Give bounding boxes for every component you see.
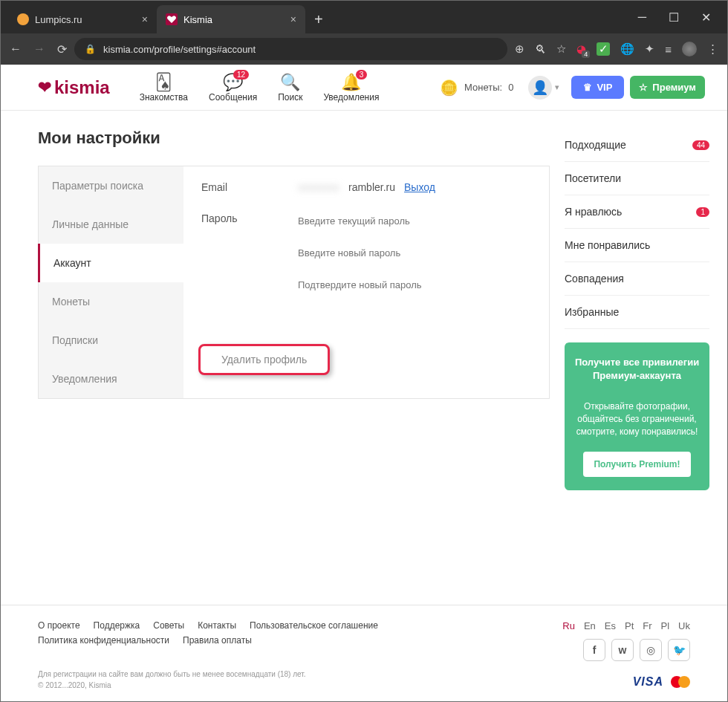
footer-link[interactable]: Поддержка xyxy=(94,620,140,631)
chevron-down-icon: ▾ xyxy=(555,82,559,92)
diamond-icon: ♛ xyxy=(583,82,592,93)
facebook-icon[interactable]: f xyxy=(583,639,605,661)
sidebar-i-liked[interactable]: Мне понравились xyxy=(565,229,709,262)
footer-link[interactable]: Контакты xyxy=(198,620,236,631)
forward-button[interactable]: → xyxy=(33,42,45,56)
globe-icon[interactable]: 🌐 xyxy=(620,42,634,56)
site-logo[interactable]: ❤ kismia xyxy=(38,77,110,98)
logout-link[interactable]: Выход xyxy=(404,181,435,193)
email-label: Email xyxy=(201,181,298,193)
link-label: Подходящие xyxy=(565,139,626,151)
tab-account[interactable]: Аккаунт xyxy=(38,244,183,282)
star-icon: ☆ xyxy=(639,82,648,93)
back-button[interactable]: ← xyxy=(10,42,22,56)
coins-icon: 🪙 xyxy=(440,79,458,97)
minimize-button[interactable]: ─ xyxy=(638,10,646,25)
footer-link[interactable]: О проекте xyxy=(38,620,80,631)
chat-icon: 💬12 xyxy=(223,73,243,92)
new-password-input[interactable] xyxy=(298,247,531,259)
extension-icon[interactable]: ◕ 4 xyxy=(576,42,586,56)
search-icon: 🔍 xyxy=(280,73,300,92)
menu-button[interactable]: ⋮ xyxy=(707,42,718,56)
reload-button[interactable]: ⟳ xyxy=(57,42,67,56)
lang-es[interactable]: Es xyxy=(605,620,616,631)
vk-icon[interactable]: w xyxy=(611,639,634,661)
link-label: Я нравлюсь xyxy=(565,206,622,218)
close-window-button[interactable]: ✕ xyxy=(701,10,711,25)
favicon-icon xyxy=(166,13,178,25)
link-label: Мне понравились xyxy=(565,239,650,251)
search-icon[interactable]: 🔍︎ xyxy=(535,43,546,56)
lang-pl[interactable]: Pl xyxy=(661,620,670,631)
sidebar-favorites[interactable]: Избранные xyxy=(565,296,709,329)
browser-tab-lumpics[interactable]: Lumpics.ru × xyxy=(8,5,157,33)
tab-coins[interactable]: Монеты xyxy=(39,282,183,321)
new-tab-button[interactable]: + xyxy=(305,5,332,33)
coins-value: 0 xyxy=(508,82,513,93)
tab-subscriptions[interactable]: Подписки xyxy=(39,321,183,360)
tab-notifications[interactable]: Уведомления xyxy=(39,360,183,398)
delete-profile-button[interactable]: Удалить профиль xyxy=(198,344,330,375)
password-label: Пароль xyxy=(201,212,298,224)
page-title: Мои настройки xyxy=(38,129,550,148)
badge: 44 xyxy=(692,140,709,150)
address-bar[interactable]: 🔒 kismia.com/profile/settings#account xyxy=(74,38,507,60)
link-label: Посетители xyxy=(565,172,621,184)
footer-link[interactable]: Советы xyxy=(153,620,184,631)
settings-panel: Параметры поиска Личные данные Аккаунт М… xyxy=(38,166,550,399)
nav-label: Сообщения xyxy=(209,92,257,103)
sidebar-likes-me[interactable]: Я нравлюсь 1 xyxy=(565,195,709,229)
nav-label: Уведомления xyxy=(323,92,379,103)
premium-button[interactable]: ☆ Премиум xyxy=(630,76,705,99)
premium-label: Премиум xyxy=(652,82,696,93)
nav-label: Знакомства xyxy=(140,92,188,103)
link-label: Совпадения xyxy=(565,273,624,285)
user-menu[interactable]: 👤 ▾ xyxy=(528,76,559,100)
lang-fr[interactable]: Fr xyxy=(643,620,651,631)
badge: 1 xyxy=(696,207,709,217)
check-icon[interactable]: ✓ xyxy=(597,42,610,56)
promo-text: Открывайте фотографии, общайтесь без огр… xyxy=(573,400,701,438)
link-label: Избранные xyxy=(565,306,619,318)
nav-notifications[interactable]: 🔔3 Уведомления xyxy=(323,73,379,103)
lang-uk[interactable]: Uk xyxy=(678,620,690,631)
profile-avatar-icon[interactable] xyxy=(682,42,697,56)
coins-display[interactable]: 🪙 Монеты: 0 xyxy=(440,79,513,97)
lang-ru[interactable]: Ru xyxy=(562,620,575,631)
footer-link[interactable]: Политика конфиденциальности xyxy=(38,635,169,646)
nav-search[interactable]: 🔍 Поиск xyxy=(278,73,302,103)
tab-search-params[interactable]: Параметры поиска xyxy=(39,166,183,205)
browser-tab-kismia[interactable]: Kismia × xyxy=(157,5,305,33)
promo-heading: Получите все привилегии Премиум-аккаунта xyxy=(573,356,701,383)
sidebar-matches[interactable]: Подходящие 44 xyxy=(565,129,709,162)
favicon-icon xyxy=(17,13,29,25)
bell-icon: 🔔3 xyxy=(341,73,361,92)
heart-icon: ❤ xyxy=(38,78,51,97)
maximize-button[interactable]: ☐ xyxy=(669,10,679,25)
lang-pt[interactable]: Pt xyxy=(625,620,634,631)
star-icon[interactable]: ☆ xyxy=(556,42,566,56)
tab-personal-data[interactable]: Личные данные xyxy=(39,205,183,244)
sidebar-visitors[interactable]: Посетители xyxy=(565,162,709,195)
vip-button[interactable]: ♛ VIP xyxy=(571,76,624,99)
nav-dating[interactable]: 🂡 Знакомства xyxy=(140,73,188,103)
reading-list-icon[interactable]: ≡ xyxy=(665,43,672,56)
footer-link[interactable]: Пользовательское соглашение xyxy=(250,620,378,631)
mastercard-logo xyxy=(671,676,690,688)
confirm-password-input[interactable] xyxy=(298,279,531,290)
current-password-input[interactable] xyxy=(298,215,531,227)
close-icon[interactable]: × xyxy=(142,13,148,25)
get-premium-button[interactable]: Получить Premium! xyxy=(583,452,690,477)
avatar-icon: 👤 xyxy=(528,76,552,100)
lang-en[interactable]: En xyxy=(584,620,596,631)
badge: 3 xyxy=(356,70,368,79)
zoom-icon[interactable]: ⊕ xyxy=(515,42,524,56)
footer-link[interactable]: Правила оплаты xyxy=(183,635,252,646)
sidebar-mutual[interactable]: Совпадения xyxy=(565,262,709,296)
nav-messages[interactable]: 💬12 Сообщения xyxy=(209,73,257,103)
instagram-icon[interactable]: ◎ xyxy=(640,639,662,661)
lock-icon: 🔒 xyxy=(85,44,96,54)
extensions-icon[interactable]: ✦ xyxy=(645,42,654,56)
close-icon[interactable]: × xyxy=(290,13,296,25)
twitter-icon[interactable]: 🐦 xyxy=(668,639,690,661)
